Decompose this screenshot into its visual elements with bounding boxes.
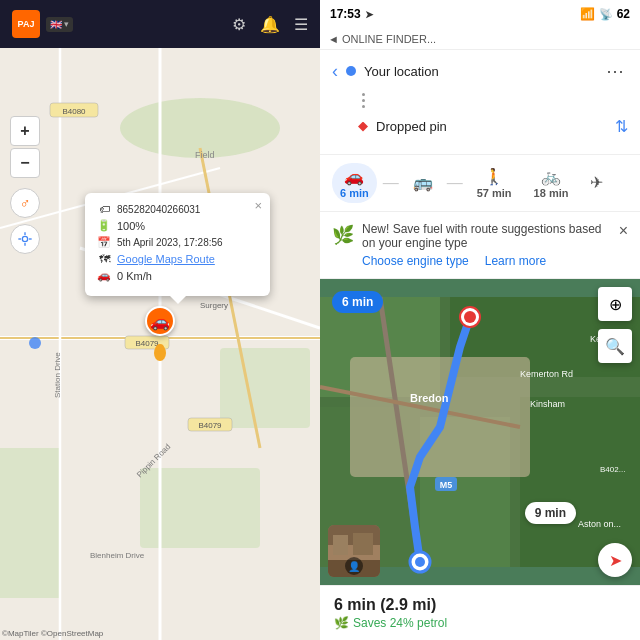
walk-tab-icon: 🚶 bbox=[484, 167, 504, 186]
svg-text:Kinsham: Kinsham bbox=[530, 399, 565, 409]
svg-text:B4079: B4079 bbox=[135, 339, 159, 348]
svg-text:Station Drive: Station Drive bbox=[53, 352, 62, 398]
svg-point-25 bbox=[156, 344, 164, 352]
leaf-icon: 🌿 bbox=[332, 224, 354, 246]
v-dot-2 bbox=[362, 99, 365, 102]
route-header: ‹ Your location ⋯ Dropped pin ⇅ bbox=[320, 50, 640, 155]
top-nav: ◄ ONLINE FINDER... bbox=[320, 28, 640, 50]
popup-speed-row: 🚗 0 Km/h bbox=[97, 269, 258, 282]
google-maps-link[interactable]: Google Maps Route bbox=[117, 253, 215, 265]
status-icons: 📶 📡 62 bbox=[580, 7, 630, 21]
recenter-button[interactable]: ♂ bbox=[10, 188, 40, 218]
signal-icon: 📶 bbox=[580, 7, 595, 21]
svg-point-23 bbox=[29, 337, 41, 349]
bell-icon[interactable]: 🔔 bbox=[260, 15, 280, 34]
svg-rect-3 bbox=[0, 448, 60, 598]
search-button[interactable]: 🔍 bbox=[598, 329, 632, 363]
bike-tab-icon: 🚲 bbox=[541, 167, 561, 186]
svg-rect-56 bbox=[353, 533, 373, 555]
compass-button[interactable]: ➤ bbox=[598, 543, 632, 577]
choose-engine-link[interactable]: Choose engine type bbox=[362, 254, 469, 268]
fuel-savings: 🌿 Saves 24% petrol bbox=[334, 616, 626, 630]
route-map[interactable]: Bredon Kemerton Rd Kinsham Kemert... B40… bbox=[320, 279, 640, 585]
origin-dot bbox=[346, 66, 356, 76]
destination-dot bbox=[358, 122, 368, 132]
svg-text:Kemerton Rd: Kemerton Rd bbox=[520, 369, 573, 379]
tab-transit[interactable]: 🚌 bbox=[405, 169, 441, 197]
tab-flight[interactable]: ✈ bbox=[582, 169, 611, 197]
map-credit: ©MapTiler ©OpenStreetMap bbox=[2, 629, 103, 638]
v-dot-3 bbox=[362, 105, 365, 108]
logo-area: PAJ 🇬🇧 ▾ bbox=[12, 10, 73, 38]
tab-divider-2: — bbox=[447, 174, 463, 192]
svg-text:Bredon: Bredon bbox=[410, 392, 449, 404]
svg-text:Surgery: Surgery bbox=[200, 301, 228, 310]
route-summary: 6 min (2.9 mi) 🌿 Saves 24% petrol bbox=[320, 585, 640, 640]
popup-close-button[interactable]: × bbox=[254, 198, 262, 213]
svg-point-41 bbox=[464, 311, 476, 323]
fuel-text-area: New! Save fuel with route suggestions ba… bbox=[362, 222, 611, 268]
layers-button[interactable]: ⊕ bbox=[598, 287, 632, 321]
tab-walk[interactable]: 🚶 57 min bbox=[469, 163, 520, 203]
menu-icon[interactable]: ☰ bbox=[294, 15, 308, 34]
header-icons: ⚙ 🔔 ☰ bbox=[232, 15, 308, 34]
speed-icon: 🚗 bbox=[97, 269, 111, 282]
status-time: 17:53 ➤ bbox=[330, 7, 373, 21]
battery-status-icon: 62 bbox=[617, 7, 630, 21]
route-dots bbox=[358, 93, 368, 108]
fuel-leaf-icon: 🌿 bbox=[334, 616, 349, 630]
car-marker: 🚗 bbox=[145, 306, 175, 336]
right-panel: 17:53 ➤ 📶 📡 62 ◄ ONLINE FINDER... ‹ Your… bbox=[320, 0, 640, 640]
left-panel: PAJ 🇬🇧 ▾ ⚙ 🔔 ☰ bbox=[0, 0, 320, 640]
zoom-in-button[interactable]: + bbox=[10, 116, 40, 146]
car-time: 6 min bbox=[340, 187, 369, 199]
transit-tab-icon: 🚌 bbox=[413, 173, 433, 192]
map-area[interactable]: B4080 B4079 B4079 Station Drive Surgery … bbox=[0, 48, 320, 640]
street-view-thumbnail[interactable]: 👤 bbox=[328, 525, 380, 577]
flag-badge[interactable]: 🇬🇧 ▾ bbox=[46, 17, 73, 32]
svg-text:Blenheim Drive: Blenheim Drive bbox=[90, 551, 145, 560]
swap-button[interactable]: ⇅ bbox=[615, 117, 628, 136]
walk-time: 57 min bbox=[477, 187, 512, 199]
destination-label: Dropped pin bbox=[376, 119, 607, 134]
street-view-icon: 👤 bbox=[345, 557, 363, 575]
v-dot-1 bbox=[362, 93, 365, 96]
nav-arrow-icon: ➤ bbox=[365, 9, 373, 20]
popup-route-row: 🗺 Google Maps Route bbox=[97, 253, 258, 265]
tab-bike[interactable]: 🚲 18 min bbox=[526, 163, 577, 203]
route-from-row: ‹ Your location ⋯ bbox=[332, 60, 628, 82]
svg-text:Aston on...: Aston on... bbox=[578, 519, 621, 529]
route-to-row: Dropped pin ⇅ bbox=[332, 117, 628, 136]
car-tab-icon: 🚗 bbox=[344, 167, 364, 186]
svg-point-26 bbox=[22, 236, 27, 241]
flight-tab-icon: ✈ bbox=[590, 173, 603, 192]
svg-text:B402...: B402... bbox=[600, 465, 625, 474]
zoom-out-button[interactable]: − bbox=[10, 148, 40, 178]
svg-text:B4079: B4079 bbox=[198, 421, 222, 430]
more-options-button[interactable]: ⋯ bbox=[602, 60, 628, 82]
wifi-icon: 📡 bbox=[599, 8, 613, 21]
svg-rect-2 bbox=[220, 348, 310, 428]
transport-tabs: 🚗 6 min — 🚌 — 🚶 57 min 🚲 18 min ✈ bbox=[320, 155, 640, 212]
fuel-savings-text: Saves 24% petrol bbox=[353, 616, 447, 630]
tab-divider-1: — bbox=[383, 174, 399, 192]
device-popup: × 🏷 865282040266031 🔋 100% 📅 5th April 2… bbox=[85, 193, 270, 296]
banner-close-button[interactable]: × bbox=[619, 222, 628, 240]
car-icon: 🚗 bbox=[145, 306, 175, 336]
map-icon: 🗺 bbox=[97, 253, 111, 265]
back-button[interactable]: ‹ bbox=[332, 61, 338, 82]
fuel-links: Choose engine type Learn more bbox=[362, 254, 611, 268]
tab-car[interactable]: 🚗 6 min bbox=[332, 163, 377, 203]
svg-rect-4 bbox=[140, 468, 260, 548]
secondary-time-label: 9 min bbox=[525, 502, 576, 524]
fuel-banner: 🌿 New! Save fuel with route suggestions … bbox=[320, 212, 640, 279]
popup-date-row: 📅 5th April 2023, 17:28:56 bbox=[97, 236, 258, 249]
svg-text:M5: M5 bbox=[440, 480, 453, 490]
status-bar: 17:53 ➤ 📶 📡 62 bbox=[320, 0, 640, 28]
settings-icon[interactable]: ⚙ bbox=[232, 15, 246, 34]
learn-more-link[interactable]: Learn more bbox=[485, 254, 546, 268]
paj-logo: PAJ bbox=[12, 10, 40, 38]
svg-point-43 bbox=[415, 557, 425, 567]
location-button[interactable] bbox=[10, 224, 40, 254]
route-time-label: 6 min bbox=[332, 291, 383, 313]
